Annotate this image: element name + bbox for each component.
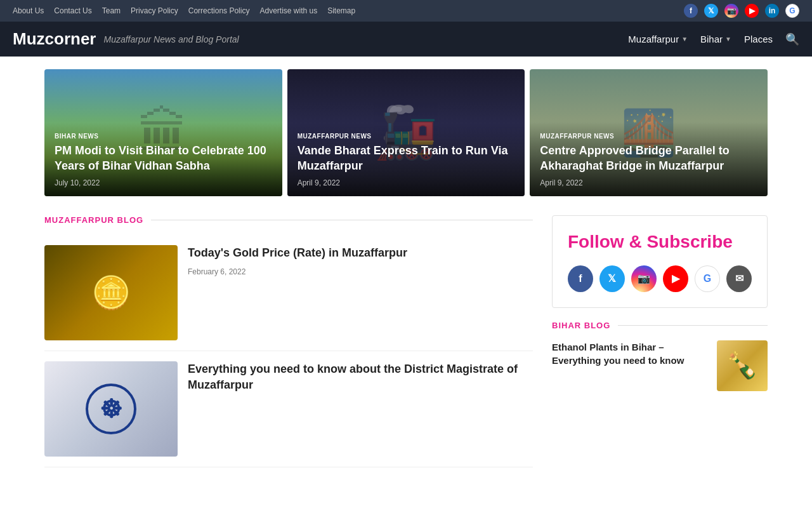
sidebar-ethanol-title[interactable]: Ethanol Plants in Bihar – Everything you… xyxy=(552,340,709,367)
follow-title: Follow & Subscribe xyxy=(568,231,752,253)
linkedin-top-icon[interactable]: in xyxy=(765,4,779,18)
featured-date-2: April 9, 2022 xyxy=(540,178,757,187)
google-top-icon[interactable]: G xyxy=(785,4,799,18)
nav-places[interactable]: Places xyxy=(744,34,773,44)
blog-content-magistrate: Everything you need to know about the Di… xyxy=(188,361,533,457)
magistrate-thumb-img: ☸ xyxy=(44,361,178,457)
sitemap-link[interactable]: Sitemap xyxy=(327,6,355,15)
facebook-top-icon[interactable]: f xyxy=(684,4,698,18)
two-col-layout: MUZAFFARPUR BLOG 🪙 Today's Gold Price (R… xyxy=(44,215,768,467)
corrections-link[interactable]: Corrections Policy xyxy=(188,6,250,15)
brand: Muzcorner Muzaffarpur News and Blog Port… xyxy=(13,29,239,49)
privacy-link[interactable]: Privacy Policy xyxy=(131,6,178,15)
blog-content-gold: Today's Gold Price (Rate) in Muzaffarpur… xyxy=(188,245,533,340)
bihar-blog-title: BIHAR BLOG xyxy=(552,321,610,330)
main-col: MUZAFFARPUR BLOG 🪙 Today's Gold Price (R… xyxy=(44,215,533,467)
blog-item-magistrate: ☸ Everything you need to know about the … xyxy=(44,351,533,467)
top-social-icons: f 𝕏 📷 ▶ in G xyxy=(684,4,799,18)
about-link[interactable]: About Us xyxy=(13,6,44,15)
follow-icons: f 𝕏 📷 ▶ G ✉ xyxy=(568,265,752,292)
bihar-blog-header: BIHAR BLOG xyxy=(552,321,768,330)
sidebar: Follow & Subscribe f 𝕏 📷 ▶ G ✉ BIHAR BLO… xyxy=(552,215,768,467)
gold-thumb-img: 🪙 xyxy=(44,245,178,340)
search-button[interactable]: 🔍 xyxy=(785,32,799,46)
follow-subscribe-box: Follow & Subscribe f 𝕏 📷 ▶ G ✉ xyxy=(552,215,768,308)
blog-thumb-gold[interactable]: 🪙 xyxy=(44,245,178,340)
follow-google[interactable]: G xyxy=(695,265,720,292)
bihar-dropdown-arrow: ▼ xyxy=(725,36,731,43)
follow-youtube[interactable]: ▶ xyxy=(663,265,688,292)
blog-thumb-magistrate[interactable]: ☸ xyxy=(44,361,178,457)
featured-date-0: July 10, 2022 xyxy=(55,178,272,187)
main-header: Muzcorner Muzaffarpur News and Blog Port… xyxy=(0,22,812,57)
featured-grid: 🏛 BIHAR NEWS PM Modi to Visit Bihar to C… xyxy=(44,69,768,196)
content-wrapper: 🏛 BIHAR NEWS PM Modi to Visit Bihar to C… xyxy=(32,57,780,480)
featured-card-1[interactable]: 🚂 MUZAFFARPUR NEWS Vande Bharat Express … xyxy=(287,69,525,196)
ashoka-wheel-icon: ☸ xyxy=(86,384,136,434)
featured-card-2[interactable]: 🌉 MUZAFFARPUR NEWS Centre Approved Bridg… xyxy=(530,69,768,196)
blog-date-gold: February 6, 2022 xyxy=(188,267,246,276)
nav-muzaffarpur[interactable]: Muzaffarpur ▼ xyxy=(628,34,688,44)
follow-facebook[interactable]: f xyxy=(568,265,593,292)
advertise-link[interactable]: Advertise with us xyxy=(259,6,317,15)
follow-instagram[interactable]: 📷 xyxy=(631,265,657,292)
featured-title-1: Vande Bharat Express Train to Run Via Mu… xyxy=(298,144,515,173)
contact-link[interactable]: Contact Us xyxy=(54,6,91,15)
team-link[interactable]: Team xyxy=(102,6,121,15)
twitter-top-icon[interactable]: 𝕏 xyxy=(704,4,718,18)
muzaffarpur-blog-header: MUZAFFARPUR BLOG xyxy=(44,215,533,225)
bottle-icon: 🍾 xyxy=(717,340,768,391)
blog-title-gold[interactable]: Today's Gold Price (Rate) in Muzaffarpur xyxy=(188,245,533,261)
featured-title-2: Centre Approved Bridge Parallel to Akhar… xyxy=(540,144,757,173)
sidebar-ethanol-thumb[interactable]: 🍾 xyxy=(717,340,768,391)
brand-tagline: Muzaffarpur News and Blog Portal xyxy=(103,34,239,44)
featured-card-overlay-0: BIHAR NEWS PM Modi to Visit Bihar to Cel… xyxy=(44,123,282,196)
featured-category-1: MUZAFFARPUR NEWS xyxy=(298,133,515,140)
featured-card-overlay-1: MUZAFFARPUR NEWS Vande Bharat Express Tr… xyxy=(287,123,525,196)
main-nav: Muzaffarpur ▼ Bihar ▼ Places 🔍 xyxy=(628,32,799,46)
youtube-top-icon[interactable]: ▶ xyxy=(745,4,759,18)
follow-email[interactable]: ✉ xyxy=(726,265,752,292)
featured-title-0: PM Modi to Visit Bihar to Celebrate 100 … xyxy=(55,144,272,173)
muzaffarpur-blog-title: MUZAFFARPUR BLOG xyxy=(44,215,143,225)
brand-name[interactable]: Muzcorner xyxy=(13,29,96,49)
top-nav-links: About Us Contact Us Team Privacy Policy … xyxy=(13,6,355,15)
featured-category-2: MUZAFFARPUR NEWS xyxy=(540,133,757,140)
sidebar-blog-ethanol: Ethanol Plants in Bihar – Everything you… xyxy=(552,340,768,391)
section-divider xyxy=(151,220,533,220)
bihar-section-divider xyxy=(618,325,768,326)
blog-title-magistrate[interactable]: Everything you need to know about the Di… xyxy=(188,361,533,393)
featured-date-1: April 9, 2022 xyxy=(298,178,515,187)
nav-bihar[interactable]: Bihar ▼ xyxy=(700,34,731,44)
coins-decoration: 🪙 xyxy=(44,245,178,340)
featured-card-0[interactable]: 🏛 BIHAR NEWS PM Modi to Visit Bihar to C… xyxy=(44,69,282,196)
follow-twitter[interactable]: 𝕏 xyxy=(599,265,625,292)
sidebar-ethanol-content: Ethanol Plants in Bihar – Everything you… xyxy=(552,340,709,391)
featured-card-overlay-2: MUZAFFARPUR NEWS Centre Approved Bridge … xyxy=(530,123,768,196)
featured-category-0: BIHAR NEWS xyxy=(55,133,272,140)
top-nav: About Us Contact Us Team Privacy Policy … xyxy=(0,0,812,22)
muzaffarpur-dropdown-arrow: ▼ xyxy=(681,36,688,43)
instagram-top-icon[interactable]: 📷 xyxy=(724,4,738,18)
blog-item-gold: 🪙 Today's Gold Price (Rate) in Muzaffarp… xyxy=(44,235,533,351)
